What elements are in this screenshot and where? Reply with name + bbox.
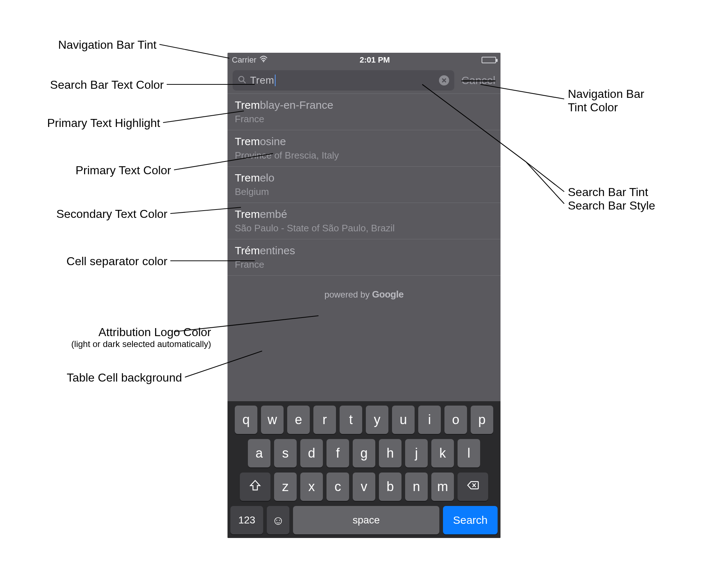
key-d[interactable]: d [300,439,323,467]
primary-highlight: Trem [235,172,260,184]
search-bar[interactable]: Trem [233,70,454,91]
key-h[interactable]: h [379,439,401,467]
results-table: Tremblay-en-France France Tremosine Prov… [228,93,500,351]
search-input[interactable]: Trem [250,75,435,86]
key-y[interactable]: y [366,406,388,434]
keyboard: q w e r t y u i o p a s d f g h j k l [228,401,500,538]
svg-line-7 [159,44,229,58]
label-primary-text-color: Primary Text Color [7,164,171,177]
label-primary-text-highlight: Primary Text Highlight [7,116,160,130]
primary-rest: blay-en-France [260,99,333,111]
key-l[interactable]: l [458,439,480,467]
keyboard-row-1: q w e r t y u i o p [230,406,498,434]
key-x[interactable]: x [300,473,323,501]
label-attribution-logo-color: Attribution Logo Color (light or dark se… [7,326,211,349]
keyboard-row-2: a s d f g h j k l [230,439,498,467]
key-p[interactable]: p [471,406,493,434]
primary-highlight: Trem [235,208,260,220]
svg-line-17 [526,162,564,204]
phone-mockup: Carrier 2:01 PM Trem [228,53,500,538]
key-q[interactable]: q [235,406,257,434]
primary-highlight: Trem [235,135,260,147]
svg-point-0 [263,61,264,62]
navigation-bar: Trem Cancel [228,67,500,93]
key-search[interactable]: Search [443,506,498,534]
table-row[interactable]: Trémentines France [228,239,500,276]
secondary-text: Belgium [235,186,493,198]
key-t[interactable]: t [340,406,362,434]
svg-line-2 [243,81,245,83]
label-attribution-sub: (light or dark selected automatically) [7,339,211,349]
attribution: powered by Google [228,276,500,307]
clear-search-button[interactable] [439,75,449,85]
key-v[interactable]: v [353,473,375,501]
label-cell-separator-color: Cell separator color [7,255,167,268]
key-i[interactable]: i [418,406,441,434]
key-z[interactable]: z [274,473,297,501]
key-u[interactable]: u [392,406,415,434]
key-e[interactable]: e [287,406,310,434]
keyboard-row-3: z x c v b n m [230,473,498,501]
key-k[interactable]: k [431,439,454,467]
label-table-cell-background: Table Cell background [7,371,182,384]
svg-line-16 [526,162,564,192]
key-a[interactable]: a [248,439,270,467]
key-s[interactable]: s [274,439,297,467]
key-space[interactable]: space [293,506,439,534]
wifi-icon [259,55,268,65]
table-row[interactable]: Tremelo Belgium [228,167,500,203]
primary-rest: entines [260,244,295,256]
carrier-label: Carrier [232,55,256,65]
key-c[interactable]: c [327,473,349,501]
table-row[interactable]: Tremblay-en-France France [228,94,500,130]
label-nav-bar-tint: Navigation Bar Tint [7,38,157,52]
key-f[interactable]: f [327,439,349,467]
key-w[interactable]: w [261,406,284,434]
secondary-text: Province of Brescia, Italy [235,150,493,161]
clock: 2:01 PM [360,55,390,65]
label-nav-bar-tint-color: Navigation Bar Tint Color [568,87,695,114]
status-bar: Carrier 2:01 PM [228,53,500,67]
key-g[interactable]: g [353,439,375,467]
label-search-bar-text-color: Search Bar Text Color [7,78,164,92]
keyboard-row-4: 123 ☺ space Search [230,506,498,534]
secondary-text: São Paulo - State of São Paulo, Brazil [235,223,493,234]
primary-highlight: Trem [235,99,260,111]
shift-icon [249,479,261,495]
attribution-brand: Google [372,289,404,300]
search-query-text: Trem [250,75,274,86]
label-secondary-text-color: Secondary Text Color [7,207,167,221]
key-m[interactable]: m [431,473,454,501]
text-cursor [275,75,276,86]
key-emoji[interactable]: ☺ [267,506,289,534]
primary-highlight: Trém [235,244,260,256]
key-j[interactable]: j [405,439,428,467]
key-r[interactable]: r [313,406,336,434]
key-shift[interactable] [240,473,270,501]
attribution-prefix: powered by [324,290,372,299]
table-row[interactable]: Tremosine Province of Brescia, Italy [228,130,500,167]
primary-rest: elo [260,172,274,184]
key-o[interactable]: o [444,406,467,434]
secondary-text: France [235,259,493,270]
key-b[interactable]: b [379,473,401,501]
key-n[interactable]: n [405,473,428,501]
backspace-icon [467,479,479,495]
battery-icon [482,57,496,63]
table-background [228,307,500,351]
table-row[interactable]: Tremembé São Paulo - State of São Paulo,… [228,203,500,239]
label-search-bar-tint-style: Search Bar Tint Search Bar Style [568,186,706,212]
emoji-icon: ☺ [272,513,285,527]
primary-rest: embé [260,208,287,220]
search-icon [238,75,246,85]
key-numbers[interactable]: 123 [230,506,263,534]
key-backspace[interactable] [458,473,488,501]
cancel-button[interactable]: Cancel [454,74,495,87]
secondary-text: France [235,113,493,125]
primary-rest: osine [260,135,286,147]
